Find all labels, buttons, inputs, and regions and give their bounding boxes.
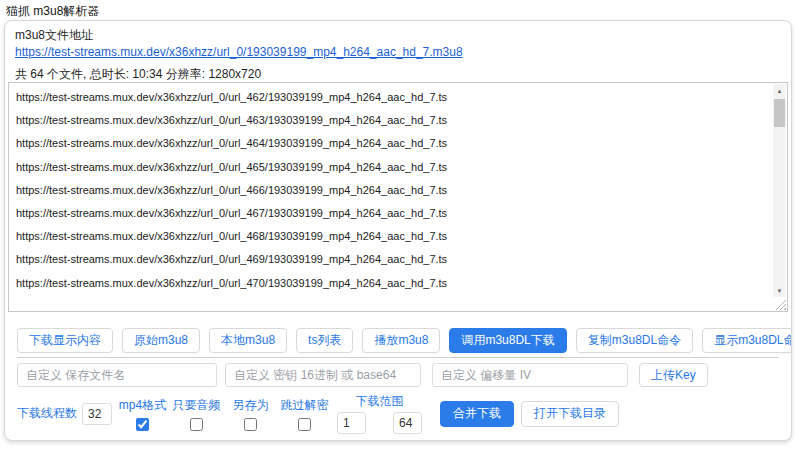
filename-field[interactable] <box>17 363 217 387</box>
ts-url-rows: https://test-streams.mux.dev/x36xhzz/url… <box>16 86 769 297</box>
section-divider <box>17 357 779 358</box>
open-download-folder-button[interactable]: 打开下载目录 <box>521 401 619 427</box>
vertical-scrollbar[interactable]: ▲ ▼ <box>773 84 786 297</box>
mp4-format-option: mp4格式 <box>119 397 166 431</box>
upload-key-button[interactable]: 上传Key <box>639 363 708 387</box>
scrollbar-thumb[interactable] <box>774 99 785 127</box>
scroll-up-icon[interactable]: ▲ <box>773 84 786 97</box>
skip-decrypt-label: 跳过解密 <box>281 397 329 414</box>
audio-only-option: 只要音频 <box>173 397 220 431</box>
skip-decrypt-checkbox[interactable] <box>298 418 311 431</box>
range-end-input[interactable] <box>393 412 422 434</box>
m3u8-url-label: m3u8文件地址 <box>15 28 791 42</box>
file-summary-text: 共 64 个文件, 总时长: 10:34 分辨率: 1280x720 <box>15 67 791 81</box>
ts-url-row: https://test-streams.mux.dev/x36xhzz/url… <box>16 202 769 225</box>
ts-list-button[interactable]: ts列表 <box>296 328 353 353</box>
toolbar: 下载显示内容 原始m3u8 本地m3u8 ts列表 播放m3u8 调用m3u8D… <box>17 328 791 353</box>
audio-only-checkbox[interactable] <box>190 418 203 431</box>
local-m3u8-button[interactable]: 本地m3u8 <box>209 328 287 353</box>
show-m3u8dl-command-button[interactable]: 显示m3u8DL命令 <box>702 328 792 353</box>
ts-url-row: https://test-streams.mux.dev/x36xhzz/url… <box>16 295 769 297</box>
m3u8-url-link[interactable]: https://test-streams.mux.dev/x36xhzz/url… <box>15 45 463 59</box>
ts-url-row: https://test-streams.mux.dev/x36xhzz/url… <box>16 132 769 155</box>
threads-input[interactable] <box>82 403 112 425</box>
save-as-checkbox[interactable] <box>244 418 257 431</box>
audio-only-label: 只要音频 <box>173 397 221 414</box>
download-options-row: 下载线程数 mp4格式 只要音频 另存为 跳过解密 下载范围 合并下载 打 <box>17 393 791 434</box>
skip-decrypt-option: 跳过解密 <box>281 397 328 431</box>
invoke-m3u8dl-download-button[interactable]: 调用m3u8DL下载 <box>449 328 566 353</box>
ts-url-row: https://test-streams.mux.dev/x36xhzz/url… <box>16 86 769 109</box>
save-as-option: 另存为 <box>227 397 274 431</box>
m3u8-parser-panel: m3u8文件地址 https://test-streams.mux.dev/x3… <box>4 20 792 441</box>
threads-group: 下载线程数 <box>17 403 112 425</box>
ts-url-row: https://test-streams.mux.dev/x36xhzz/url… <box>16 248 769 271</box>
copy-m3u8dl-command-button[interactable]: 复制m3u8DL命令 <box>576 328 693 353</box>
download-range-inputs <box>337 412 422 434</box>
threads-label: 下载线程数 <box>17 405 77 422</box>
page-title: 猫抓 m3u8解析器 <box>6 3 99 20</box>
play-m3u8-button[interactable]: 播放m3u8 <box>362 328 440 353</box>
resize-grip-icon[interactable] <box>775 299 786 310</box>
original-m3u8-button[interactable]: 原始m3u8 <box>122 328 200 353</box>
scroll-down-icon[interactable]: ▼ <box>773 284 786 297</box>
ts-url-row: https://test-streams.mux.dev/x36xhzz/url… <box>16 272 769 295</box>
key-field[interactable] <box>225 363 421 387</box>
range-start-input[interactable] <box>337 412 366 434</box>
ts-url-row: https://test-streams.mux.dev/x36xhzz/url… <box>16 225 769 248</box>
download-range-group: 下载范围 <box>337 393 422 434</box>
save-as-label: 另存为 <box>233 397 269 414</box>
custom-fields-row: 上传Key <box>17 363 791 387</box>
download-shown-content-button[interactable]: 下载显示内容 <box>17 328 113 353</box>
mp4-format-label: mp4格式 <box>119 397 166 414</box>
iv-field[interactable] <box>432 363 628 387</box>
mp4-format-checkbox[interactable] <box>136 418 149 431</box>
download-range-label: 下载范围 <box>356 393 404 410</box>
ts-url-row: https://test-streams.mux.dev/x36xhzz/url… <box>16 179 769 202</box>
ts-url-row: https://test-streams.mux.dev/x36xhzz/url… <box>16 156 769 179</box>
merge-download-button[interactable]: 合并下载 <box>440 401 514 427</box>
ts-url-row: https://test-streams.mux.dev/x36xhzz/url… <box>16 109 769 132</box>
ts-url-list-box[interactable]: https://test-streams.mux.dev/x36xhzz/url… <box>8 82 788 312</box>
